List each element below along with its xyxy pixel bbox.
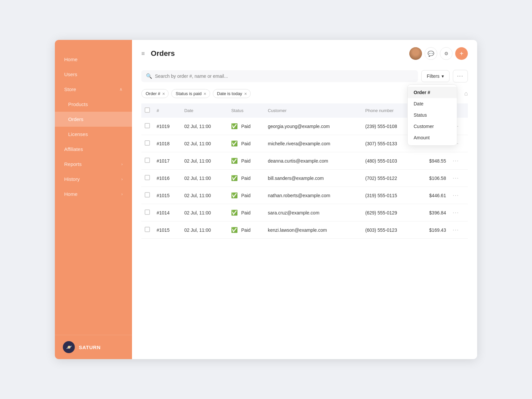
row-customer: georgia.young@example.com xyxy=(265,118,362,135)
main-content: ≡ Orders 💬 ⚙ + 🔍 xyxy=(132,40,477,359)
row-date: 02 Jul, 11:00 xyxy=(181,204,228,221)
table-row: #1015 02 Jul, 11:00 ✅ Paid kenzi.lawson@… xyxy=(141,221,468,239)
filter-tag-order[interactable]: Order # × xyxy=(141,89,169,98)
sidebar-item-home[interactable]: Home xyxy=(55,52,132,67)
settings-button[interactable]: ⚙ xyxy=(440,47,453,60)
row-phone: (480) 555-0103 xyxy=(362,152,416,170)
row-date: 02 Jul, 11:00 xyxy=(181,118,228,135)
filter-tag-remove-icon[interactable]: × xyxy=(203,91,206,96)
more-button[interactable]: ··· xyxy=(453,70,468,82)
row-date: 02 Jul, 11:00 xyxy=(181,187,228,204)
paid-icon: ✅ xyxy=(231,227,238,233)
sidebar-item-products[interactable]: Products xyxy=(55,97,132,112)
dropdown-item-date[interactable]: Date xyxy=(408,98,457,109)
chevron-right-icon: › xyxy=(121,192,123,197)
table-header-status: Status xyxy=(228,103,264,118)
sidebar-footer: 🪐 SATURN xyxy=(55,335,132,359)
settings-icon: ⚙ xyxy=(444,51,449,56)
row-checkbox[interactable] xyxy=(145,227,150,232)
row-id: #1018 xyxy=(153,135,181,152)
row-checkbox[interactable] xyxy=(145,209,150,215)
row-checkbox[interactable] xyxy=(145,158,150,163)
table-header-number: # xyxy=(153,103,181,118)
menu-icon[interactable]: ≡ xyxy=(141,50,145,57)
row-phone: (629) 555-0129 xyxy=(362,204,416,221)
filter-tag-date[interactable]: Date is today × xyxy=(213,89,251,98)
status-label: Paid xyxy=(241,141,250,146)
row-status: ✅ Paid xyxy=(228,170,264,187)
row-more-button[interactable]: ··· xyxy=(453,158,459,164)
add-icon: + xyxy=(460,50,464,57)
sidebar-item-label: History xyxy=(64,176,80,182)
filter-tag-remove-icon[interactable]: × xyxy=(162,91,165,96)
row-more-cell: ··· xyxy=(449,204,468,221)
select-all-checkbox[interactable] xyxy=(145,107,150,113)
row-id: #1016 xyxy=(153,170,181,187)
row-phone: (702) 555-0122 xyxy=(362,170,416,187)
sidebar-item-home2[interactable]: Home › xyxy=(55,187,132,201)
filter-tag-remove-icon[interactable]: × xyxy=(244,91,247,96)
filters-label: Filters xyxy=(427,73,440,79)
paid-icon: ✅ xyxy=(231,123,238,129)
filter-tag-status[interactable]: Status is paid × xyxy=(171,89,210,98)
search-bar[interactable]: 🔍 xyxy=(141,70,418,82)
chevron-right-icon: › xyxy=(121,177,123,182)
row-checkbox[interactable] xyxy=(145,175,150,180)
row-customer: deanna.curtis@example.com xyxy=(265,152,362,170)
row-status: ✅ Paid xyxy=(228,204,264,221)
status-label: Paid xyxy=(241,124,250,129)
row-more-button[interactable]: ··· xyxy=(453,175,459,181)
chevron-right-icon: › xyxy=(121,162,123,167)
dropdown-item-amount[interactable]: Amount xyxy=(408,132,457,143)
row-more-cell: ··· xyxy=(449,187,468,204)
status-label: Paid xyxy=(241,176,250,181)
row-more-cell: ··· xyxy=(449,152,468,170)
sidebar: Home Users Store ∧ Products Orders Licen… xyxy=(55,40,132,359)
row-checkbox[interactable] xyxy=(145,192,150,198)
sidebar-item-affiliates[interactable]: Affiliates xyxy=(55,142,132,157)
add-button[interactable]: + xyxy=(455,47,468,60)
dropdown-item-customer[interactable]: Customer xyxy=(408,121,457,132)
avatar[interactable] xyxy=(409,47,422,60)
home-icon: ⌂ xyxy=(464,90,468,97)
row-status: ✅ Paid xyxy=(228,135,264,152)
paid-icon: ✅ xyxy=(231,140,238,147)
row-checkbox-cell xyxy=(141,221,153,239)
row-date: 02 Jul, 11:00 xyxy=(181,221,228,239)
row-checkbox-cell xyxy=(141,204,153,221)
sidebar-item-store[interactable]: Store ∧ xyxy=(55,82,132,97)
dropdown-item-status[interactable]: Status xyxy=(408,109,457,121)
row-checkbox[interactable] xyxy=(145,140,150,146)
sidebar-item-history[interactable]: History › xyxy=(55,172,132,187)
table-row: #1016 02 Jul, 11:00 ✅ Paid bill.sanders@… xyxy=(141,170,468,187)
sidebar-item-label: Orders xyxy=(68,116,83,122)
sidebar-item-label: Home xyxy=(64,57,77,62)
row-more-button[interactable]: ··· xyxy=(453,193,459,198)
row-checkbox[interactable] xyxy=(145,123,150,128)
search-input[interactable] xyxy=(155,73,413,79)
sidebar-item-licenses[interactable]: Licenses xyxy=(55,127,132,142)
row-customer: michelle.rivera@example.com xyxy=(265,135,362,152)
sidebar-item-orders[interactable]: Orders xyxy=(55,112,132,127)
search-icon: 🔍 xyxy=(146,73,152,79)
chevron-up-icon: ∧ xyxy=(119,87,123,92)
row-amount: $169.43 xyxy=(416,221,450,239)
row-amount: $106.58 xyxy=(416,170,450,187)
row-amount: $446.61 xyxy=(416,187,450,204)
row-date: 02 Jul, 11:00 xyxy=(181,170,228,187)
sidebar-item-users[interactable]: Users xyxy=(55,67,132,82)
sidebar-item-reports[interactable]: Reports › xyxy=(55,157,132,172)
paid-icon: ✅ xyxy=(231,209,238,216)
filters-button[interactable]: Filters ▾ xyxy=(421,70,450,82)
dropdown-item-order[interactable]: Order # xyxy=(408,87,457,98)
row-status: ✅ Paid xyxy=(228,221,264,239)
chat-button[interactable]: 💬 xyxy=(425,47,437,60)
filter-tag-label: Order # xyxy=(146,91,160,96)
more-icon: ··· xyxy=(457,73,464,79)
brand-logo[interactable]: 🪐 xyxy=(63,341,75,353)
row-more-button[interactable]: ··· xyxy=(453,227,459,233)
row-customer: bill.sanders@example.com xyxy=(265,170,362,187)
row-more-button[interactable]: ··· xyxy=(453,210,459,215)
sidebar-item-label: Affiliates xyxy=(64,146,83,152)
sidebar-item-label: Home xyxy=(64,191,77,197)
